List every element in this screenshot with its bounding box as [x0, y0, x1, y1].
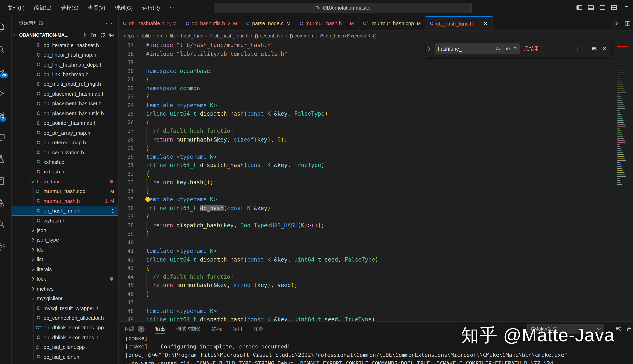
activity-explorer[interactable]	[0, 16, 11, 38]
menu-item-6[interactable]: ···	[165, 3, 179, 13]
panel-tab-端口[interactable]: 端口	[233, 322, 243, 336]
menu-item-1[interactable]: 编辑(E)	[30, 3, 56, 13]
tab-murmur_hash.cpp[interactable]: C++murmur_hash.cppM	[359, 16, 426, 30]
activity-run-debug[interactable]	[0, 82, 11, 104]
layout-sidebar-left-icon[interactable]	[576, 4, 582, 11]
lock-icon[interactable]	[626, 326, 632, 332]
activity-search[interactable]	[0, 38, 11, 60]
minimap[interactable]	[617, 41, 627, 321]
panel-tab-终端[interactable]: 终端	[212, 322, 222, 336]
tab-ob_hashutils.h[interactable]: Cob_hashutils.h2, M	[181, 16, 242, 30]
find-close-icon[interactable]: ✕	[602, 46, 607, 52]
tree-folder-lock[interactable]: lock	[12, 274, 118, 284]
tree-file-ob_placement_hashutils.h[interactable]: Cob_placement_hashutils.h	[12, 108, 118, 118]
activity-extensions[interactable]: 7	[0, 104, 11, 126]
tree-file-ob_serialization.h[interactable]: Cob_serialization.h	[12, 148, 118, 157]
activity-account[interactable]	[0, 214, 11, 236]
nav-forward-icon[interactable]: →	[200, 4, 205, 10]
tree-file-mysql_result_wrapper.h[interactable]: Cmysql_result_wrapper.h	[12, 304, 118, 313]
tree-file-ob_link_hashmap.h[interactable]: Cob_link_hashmap.h	[12, 70, 118, 79]
find-expand-icon[interactable]: ❯	[426, 41, 432, 56]
project-root-row[interactable]: OBANNOTATION-MA...	[12, 30, 118, 40]
tree-file-ob_pointer_hashmap.h[interactable]: Cob_pointer_hashmap.h	[12, 118, 118, 128]
tree-folder-mysqlclient[interactable]: mysqlclient	[12, 294, 118, 304]
panel-tab-注释[interactable]: 注释	[253, 322, 263, 336]
tab-murmur_hash.h[interactable]: Cmurmur_hash.h1, M	[295, 16, 359, 30]
tree-file-xxhash.c[interactable]: Cxxhash.c	[12, 157, 118, 167]
tab-ob_hash_func.h[interactable]: Cob_hash_func.h1✕	[426, 16, 493, 30]
new-folder-icon[interactable]	[91, 32, 96, 38]
menu-item-0[interactable]: 文件(F)	[3, 3, 29, 13]
tree-file-ob_placement_hashmap.h[interactable]: Cob_placement_hashmap.h	[12, 89, 118, 99]
tree-file-ob_placement_hashset.h[interactable]: Cob_placement_hashset.h	[12, 99, 118, 108]
activity-testing[interactable]	[0, 148, 11, 170]
tree-file-ob_dblink_error_trans.cpp[interactable]: C++ob_dblink_error_trans.cpp	[12, 323, 118, 332]
run-file-icon[interactable]	[613, 20, 619, 26]
breadcrumb-item-do_hash<K>(const K &)[interactable]: do_hash<K>(const K &)	[319, 33, 377, 39]
tree-folder-json_type[interactable]: json_type	[12, 235, 118, 245]
menu-item-5[interactable]: 运行(R)	[138, 3, 164, 13]
tree-file-wyhash.h[interactable]: Cwyhash.h	[12, 216, 118, 226]
tab-ob_hashtable.h[interactable]: Cob_hashtable.h2, M	[119, 16, 181, 30]
tree-folder-list[interactable]: list	[12, 254, 118, 264]
find-previous-icon[interactable]: ↑	[576, 46, 579, 52]
clear-output-icon[interactable]	[615, 326, 621, 332]
layout-customize-icon[interactable]	[611, 4, 617, 11]
breadcrumb-item-deps[interactable]: deps	[124, 33, 134, 39]
breadcrumb-item-oceanbase[interactable]: {}oceanbase	[255, 33, 283, 39]
tree-folder-metrics[interactable]: metrics	[12, 284, 118, 294]
find-input[interactable]	[437, 45, 494, 52]
panel-tab-问题[interactable]: 问题7	[125, 322, 144, 336]
lightbulb-icon[interactable]	[145, 197, 150, 202]
refresh-icon[interactable]	[100, 32, 105, 38]
tree-folder-hash_func[interactable]: hash_func	[12, 176, 118, 186]
tree-file-ob_dblink_error_trans.h[interactable]: Cob_dblink_error_trans.h	[12, 332, 118, 342]
tree-file-ob_isql_client.h[interactable]: Cob_isql_client.h	[12, 352, 118, 362]
activity-remote-explorer[interactable]	[0, 126, 11, 148]
regex-icon[interactable]: .*	[513, 46, 516, 51]
minimize-button[interactable]: –	[625, 2, 628, 9]
panel-tab-输出[interactable]: 输出	[155, 322, 165, 336]
tree-file-ob_multi_mod_ref_mgr.h[interactable]: Cob_multi_mod_ref_mgr.h	[12, 79, 118, 89]
activity-cmake-tools[interactable]	[0, 192, 11, 214]
new-file-icon[interactable]	[81, 32, 87, 38]
tree-file-ob_ptr_array_map.h[interactable]: Cob_ptr_array_map.h	[12, 128, 118, 138]
nav-back-icon[interactable]: ←	[186, 4, 192, 10]
match-case-icon[interactable]: Aa	[496, 46, 501, 51]
panel-tab-调试控制台[interactable]: 调试控制台	[176, 322, 201, 336]
find-next-icon[interactable]: ↓	[584, 46, 586, 52]
tree-file-murmur_hash.h[interactable]: Cmurmur_hash.h1, M	[12, 196, 118, 206]
breadcrumb-item-hash_func[interactable]: hash_func	[181, 33, 203, 39]
find-in-selection-icon[interactable]	[591, 46, 597, 52]
tree-file-ob_isql_client.cpp[interactable]: C++ob_isql_client.cpp	[12, 342, 118, 352]
menu-item-4[interactable]: 转到(G)	[110, 3, 137, 13]
split-editor-icon[interactable]	[624, 20, 630, 26]
breadcrumb-item-src[interactable]: src	[157, 33, 163, 39]
tab-close-icon[interactable]: ✕	[484, 20, 488, 26]
tree-folder-json[interactable]: json	[12, 226, 118, 235]
collapse-all-icon[interactable]	[109, 32, 115, 38]
tab-parse_node.c[interactable]: Cparse_node.cM	[242, 16, 295, 30]
menu-item-3[interactable]: 查看(V)	[84, 3, 110, 13]
breadcrumb-item-common[interactable]: {}common	[290, 33, 313, 39]
menu-item-2[interactable]: 选择(S)	[57, 3, 83, 13]
tree-folder-lds[interactable]: lds	[12, 245, 118, 254]
breadcrumb-item-ob_hash_func.h[interactable]: Cob_hash_func.h	[209, 33, 249, 39]
tree-folder-literals[interactable]: literals	[12, 264, 118, 274]
tree-file-ob_link_hashmap_deps.h[interactable]: Cob_link_hashmap_deps.h	[12, 60, 118, 70]
tree-file-ob_hash_func.h[interactable]: Cob_hash_func.h1	[12, 206, 118, 216]
tree-file-ob_iteratable_hashset.h[interactable]: Cob_iteratable_hashset.h	[12, 40, 118, 50]
tree-file-xxhash.h[interactable]: Cxxhash.h	[12, 167, 118, 176]
tree-file-ob_refered_map.h[interactable]: Cob_refered_map.h	[12, 138, 118, 148]
command-center-search[interactable]: OBAnnotation-master	[214, 3, 472, 13]
activity-notebook[interactable]	[0, 170, 11, 192]
layout-panel-icon[interactable]	[587, 4, 594, 11]
sidebar-more-icon[interactable]: ···	[106, 20, 113, 26]
tree-file-murmur_hash.cpp[interactable]: C++murmur_hash.cppM	[12, 186, 118, 196]
activity-source-control[interactable]: 25	[0, 60, 11, 82]
breadcrumb-item-lib[interactable]: lib	[170, 33, 175, 39]
tree-file-ob_connection_allocator.h[interactable]: Cob_connection_allocator.h	[12, 313, 118, 323]
layout-sidebar-right-icon[interactable]	[599, 4, 605, 11]
breadcrumb-item-oblib[interactable]: oblib	[140, 33, 151, 39]
code-editor[interactable]: 17#include "lib/hash_func/murmur_hash.h"…	[119, 41, 616, 321]
